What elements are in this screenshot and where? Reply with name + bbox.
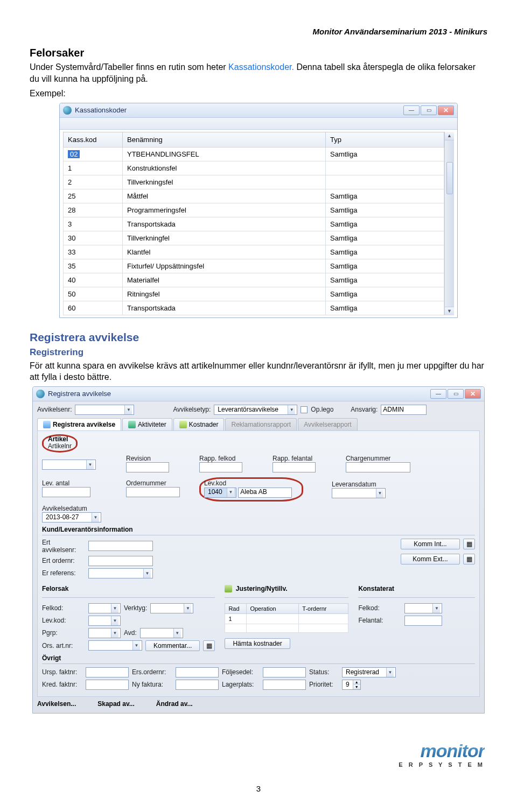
cell[interactable]: Ritningsfel [123, 287, 326, 301]
kommentar-note-button[interactable]: ▦ [203, 640, 215, 651]
cell[interactable]: Samtliga [326, 147, 444, 161]
prioritet-spin[interactable]: 9 ▲▼ [342, 680, 361, 690]
rapp-felkod-input[interactable] [199, 462, 242, 472]
cell[interactable] [326, 175, 444, 189]
ert-ordernr-input[interactable] [88, 556, 153, 566]
scroll-thumb[interactable] [446, 162, 453, 194]
cell[interactable]: 30 [64, 231, 123, 245]
rapp-felantal-input[interactable] [273, 462, 316, 472]
table-row[interactable]: 50RitningsfelSamtliga [64, 287, 444, 301]
cell[interactable]: 50 [64, 287, 123, 301]
er-referens-combo[interactable]: ▼ [88, 568, 153, 578]
cell[interactable]: Fixturfel/ Uppsättningsfel [123, 259, 326, 273]
kred-faktnr-input[interactable] [86, 680, 129, 690]
cell[interactable]: Klantfel [123, 245, 326, 259]
ordernummer-input[interactable] [126, 487, 180, 497]
ursp-faktnr-input[interactable] [86, 667, 129, 677]
ny-faktura-input[interactable] [176, 680, 219, 690]
felkod-combo[interactable]: ▼ [88, 603, 121, 613]
cell[interactable]: Transportskada [123, 217, 326, 231]
maximize-button[interactable]: ▭ [421, 105, 437, 115]
cell[interactable]: 40 [64, 273, 123, 287]
foljesedel-input[interactable] [263, 667, 306, 677]
table-row[interactable]: 60TransportskadaSamtliga [64, 301, 444, 315]
lagerplats-input[interactable] [263, 680, 306, 690]
col-typ[interactable]: Typ [326, 132, 444, 147]
cell[interactable]: Samtliga [326, 245, 444, 259]
lev-antal-input[interactable] [42, 487, 90, 497]
scroll-down-icon[interactable]: ▼ [445, 307, 454, 315]
komm-int-note-button[interactable]: ▦ [463, 539, 475, 549]
table-row[interactable]: 28ProgrammeringsfelSamtliga [64, 203, 444, 217]
maximize-button[interactable]: ▭ [448, 389, 464, 399]
kommentar-button[interactable]: Kommentar... [145, 640, 200, 651]
table-row[interactable]: 35Fixturfel/ UppsättningsfelSamtliga [64, 259, 444, 273]
minimize-button[interactable]: — [403, 105, 420, 115]
table-row[interactable]: 02YTBEHANDLINGSFELSamtliga [64, 147, 444, 161]
chargenummer-input[interactable] [346, 462, 410, 472]
ansvarig-input[interactable]: ADMIN [381, 405, 427, 415]
avvikelsetyp-combo[interactable]: Leverantörsavvikelse ▼ [214, 405, 297, 415]
cell[interactable]: YTBEHANDLINGSFEL [123, 147, 326, 161]
cell-operation[interactable] [247, 614, 299, 624]
verktyg-combo[interactable]: ▼ [150, 603, 193, 613]
lev-kod-combo[interactable]: 1040 ▼ [204, 488, 236, 498]
table-row[interactable]: 40MaterialfelSamtliga [64, 273, 444, 287]
pgrp-combo[interactable]: ▼ [88, 628, 121, 638]
hamta-kostnader-button[interactable]: Hämta kostnader [225, 638, 290, 649]
cell[interactable]: 35 [64, 259, 123, 273]
cell-tordernr[interactable] [299, 614, 348, 624]
cell[interactable]: Materialfel [123, 273, 326, 287]
cell[interactable]: 60 [64, 301, 123, 315]
cell[interactable]: 25 [64, 189, 123, 203]
kassationskoder-table[interactable]: Kass.kod Benämning Typ 02YTBEHANDLINGSFE… [63, 132, 444, 315]
cell[interactable]: Tillverkningsfel [123, 175, 326, 189]
col-benamning[interactable]: Benämning [123, 132, 326, 147]
cell[interactable]: 1 [64, 161, 123, 175]
tab-aktiviteter[interactable]: Aktiviteter [122, 418, 172, 430]
cell[interactable]: Samtliga [326, 189, 444, 203]
table-row[interactable]: 1Konstruktionsfel [64, 161, 444, 175]
cell[interactable]: Transportskada [123, 301, 326, 315]
cell[interactable]: Tillverkningfel [123, 231, 326, 245]
cell[interactable]: Programmeringsfel [123, 203, 326, 217]
komm-ext-note-button[interactable]: ▦ [463, 554, 475, 564]
minimize-button[interactable]: — [430, 389, 446, 399]
footer-skapad-av[interactable]: Skapad av... [97, 700, 134, 708]
footer-andrad-av[interactable]: Ändrad av... [156, 700, 193, 708]
close-button[interactable]: ✕ [438, 105, 454, 115]
felkod-k-combo[interactable]: ▼ [404, 603, 442, 613]
felantal-input[interactable] [404, 616, 442, 626]
cell[interactable]: Samtliga [326, 287, 444, 301]
justering-table[interactable]: Rad Operation T-ordernr 1 [225, 603, 348, 633]
komm-ext-button[interactable]: Komm Ext... [401, 554, 460, 564]
avvikelsenr-combo[interactable]: ▼ [75, 405, 134, 415]
close-button[interactable]: ✕ [465, 389, 481, 399]
tab-kostnader[interactable]: Kostnader [173, 418, 225, 430]
scrollbar[interactable]: ▲ ▼ [444, 132, 454, 315]
cell[interactable]: Konstruktionsfel [123, 161, 326, 175]
cell[interactable]: Måttfel [123, 189, 326, 203]
spin-down-icon[interactable]: ▼ [353, 685, 360, 689]
leveransdatum-combo[interactable]: ▼ [332, 488, 386, 498]
cell[interactable]: Samtliga [326, 231, 444, 245]
table-row[interactable]: 25MåttfelSamtliga [64, 189, 444, 203]
footer-avvikelsen[interactable]: Avvikelsen... [37, 700, 76, 708]
artikelnr-combo[interactable]: ▼ [42, 460, 96, 470]
ers-ordernr-input[interactable] [176, 667, 219, 677]
tab-registrera-avvikelse[interactable]: Registrera avvikelse [37, 418, 121, 430]
cell[interactable]: Samtliga [326, 259, 444, 273]
cell-rad[interactable]: 1 [225, 614, 247, 624]
cell[interactable]: 33 [64, 245, 123, 259]
revision-input[interactable] [126, 462, 169, 472]
table-row[interactable]: 33KlantfelSamtliga [64, 245, 444, 259]
scroll-up-icon[interactable]: ▲ [445, 132, 454, 140]
cell[interactable]: 02 [64, 147, 123, 161]
table-row[interactable]: 2Tillverkningsfel [64, 175, 444, 189]
cell[interactable]: 2 [64, 175, 123, 189]
table-row[interactable]: 30TillverkningfelSamtliga [64, 231, 444, 245]
oplego-checkbox[interactable] [301, 406, 308, 413]
levkod-combo[interactable]: ▼ [88, 616, 121, 626]
avd-combo[interactable]: ▼ [140, 628, 183, 638]
cell[interactable]: Samtliga [326, 301, 444, 315]
